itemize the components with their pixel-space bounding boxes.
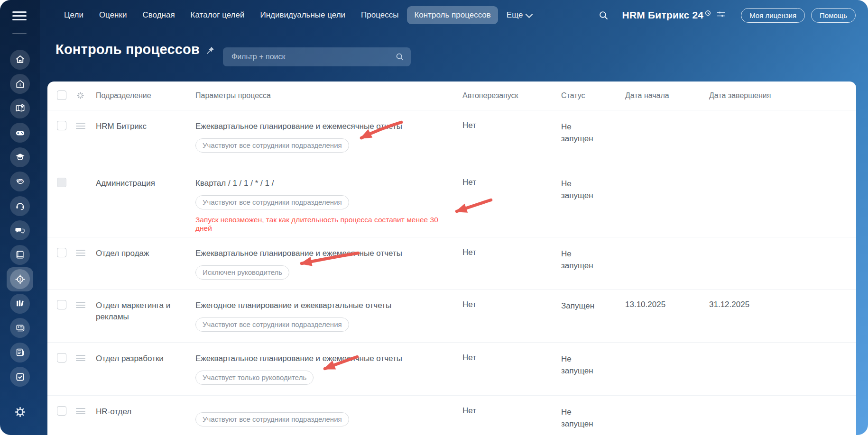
gamification-icon	[10, 123, 30, 143]
sliders-icon[interactable]	[716, 9, 726, 21]
department-cell[interactable]: HR-отдел	[96, 406, 195, 430]
row-checkbox[interactable]	[57, 353, 66, 362]
header-date-start[interactable]: Дата начала	[625, 91, 709, 100]
svg-text:1: 1	[19, 277, 21, 281]
sidebar-item-knowledge-base[interactable]	[7, 243, 33, 267]
top-menu-item-label: Сводная	[142, 10, 175, 20]
hamburger-menu-icon[interactable]	[12, 11, 27, 22]
sidebar-item-news[interactable]	[7, 340, 33, 365]
drag-handle-icon[interactable]	[76, 406, 85, 416]
row-checkbox[interactable]	[57, 300, 66, 309]
sidebar-item-review-360[interactable]: 360	[7, 170, 33, 194]
education-icon	[10, 147, 30, 167]
top-menu-item-label: Контроль процессов	[414, 10, 490, 20]
date-end-cell	[709, 406, 856, 430]
my-license-button[interactable]: Моя лицензия	[741, 8, 805, 23]
sidebar-item-tasks[interactable]	[7, 365, 33, 390]
map-icon	[10, 99, 30, 118]
sidebar-item-education[interactable]	[7, 145, 33, 170]
row-checkbox[interactable]	[57, 121, 66, 130]
top-menu-item-label: Индивидуальные цели	[260, 10, 345, 20]
support-icon	[10, 196, 30, 216]
sidebar-item-goals[interactable]: 1	[7, 267, 33, 292]
top-menu-item-label: Процессы	[361, 10, 398, 20]
sidebar-item-company-info[interactable]	[7, 72, 33, 97]
process-title: Квартал / 1 / 1 / * / 1 /	[195, 178, 274, 189]
top-menu-item-7[interactable]: Контроль процессов	[407, 6, 498, 24]
grid-body: HRM БитриксЕжеквартальное планирование и…	[47, 110, 856, 430]
autorestart-cell: Нет	[462, 178, 561, 237]
search-icon[interactable]	[597, 8, 611, 22]
sidebar-item-home[interactable]	[7, 47, 33, 72]
status-cell: Не запущен	[561, 178, 602, 237]
filter-search-box[interactable]	[223, 47, 411, 66]
row-checkbox[interactable]	[57, 406, 66, 416]
sidebar-items: 3601	[0, 47, 40, 389]
grid-settings-gear-icon[interactable]	[76, 91, 96, 102]
pin-icon[interactable]	[205, 43, 215, 59]
header-date-end[interactable]: Дата завершения	[709, 91, 856, 100]
autorestart-cell: Нет	[462, 353, 561, 395]
top-menu: ЦелиОценкиСводнаяКаталог целейИндивидуал…	[57, 6, 540, 24]
status-cell: Не запущен	[561, 248, 602, 289]
sidebar-settings-button[interactable]	[10, 402, 30, 422]
participants-badge: Участвуют все сотрудники подразделения	[195, 195, 349, 209]
top-menu-item-6[interactable]: Процессы	[354, 6, 406, 24]
department-cell[interactable]: Отдел маркетинга и рекламы	[96, 300, 195, 342]
autorestart-cell: Нет	[462, 300, 561, 342]
sidebar-item-badges[interactable]	[7, 316, 33, 341]
participants-badge: Участвует только руководитель	[195, 371, 314, 385]
status-cell: Запущен	[561, 300, 602, 342]
top-navigation-bar: ЦелиОценкиСводнаяКаталог целейИндивидуал…	[40, 0, 868, 30]
sidebar-item-gamification[interactable]	[7, 121, 33, 145]
date-end-cell	[709, 121, 856, 167]
date-start-cell	[625, 121, 709, 167]
top-menu-item-8[interactable]: Еще	[499, 6, 539, 24]
top-menu-item-1[interactable]: Цели	[57, 6, 91, 24]
page-header: Контроль процессов	[40, 30, 868, 82]
top-menu-item-2[interactable]: Оценки	[92, 6, 134, 24]
table-row: Отдел разработкиЕжеквартальное планирова…	[47, 342, 856, 395]
news-icon	[10, 343, 30, 362]
participants-badge: Исключен руководитель	[195, 265, 289, 280]
top-menu-item-4[interactable]: Каталог целей	[184, 6, 252, 24]
table-row: АдминистрацияКвартал / 1 / 1 / * / 1 /Уч…	[47, 167, 856, 237]
process-title: Ежеквартальное планирование и ежемесячны…	[195, 353, 402, 364]
select-all-checkbox[interactable]	[57, 91, 66, 100]
header-department[interactable]: Подразделение	[96, 91, 195, 100]
sidebar-item-map[interactable]	[7, 96, 33, 121]
drag-handle-icon[interactable]	[76, 300, 85, 310]
drag-handle-icon[interactable]	[76, 353, 85, 363]
department-cell[interactable]: Отдел продаж	[96, 248, 195, 289]
drag-handle-icon[interactable]	[76, 121, 85, 131]
process-error-text: Запуск невозможен, так как длительность …	[195, 216, 453, 233]
top-menu-item-5[interactable]: Индивидуальные цели	[253, 6, 352, 24]
department-cell[interactable]: Администрация	[96, 178, 195, 237]
table-row: Отдел продажЕжеквартальное планирование …	[47, 237, 856, 289]
sidebar-item-support[interactable]	[7, 194, 33, 218]
header-status[interactable]: Статус	[561, 91, 625, 100]
help-button[interactable]: Помощь	[811, 8, 856, 23]
date-start-cell	[625, 248, 709, 289]
library-icon	[10, 294, 30, 314]
sidebar-divider	[12, 33, 27, 34]
goals-icon: 1	[10, 269, 30, 289]
date-start-cell: 13.10.2025	[625, 300, 709, 342]
header-process[interactable]: Параметры процесса	[195, 91, 462, 100]
top-menu-item-3[interactable]: Сводная	[135, 6, 182, 24]
filter-search-input[interactable]	[231, 52, 395, 62]
sidebar-item-library[interactable]	[7, 291, 33, 316]
filter-search-icon[interactable]	[395, 52, 405, 62]
drag-handle-icon[interactable]	[76, 248, 85, 258]
status-cell: Не запущен	[561, 353, 602, 395]
department-cell[interactable]: Отдел разработки	[96, 353, 195, 395]
sidebar-item-chat[interactable]	[7, 218, 33, 243]
participants-badge: Участвуют все сотрудники подразделения	[195, 138, 349, 153]
process-cell: Ежеквартальное планирование и ежемесячны…	[195, 353, 462, 395]
row-checkbox[interactable]	[57, 248, 66, 257]
autorestart-cell: Нет	[462, 121, 561, 167]
department-cell[interactable]: HRM Битрикс	[96, 121, 195, 167]
process-title: Ежеквартальное планирование и ежемесячны…	[195, 248, 402, 259]
process-cell: Ежеквартальное планирование и ежемесячны…	[195, 121, 462, 167]
header-autorestart[interactable]: Автоперезапуск	[462, 91, 561, 100]
